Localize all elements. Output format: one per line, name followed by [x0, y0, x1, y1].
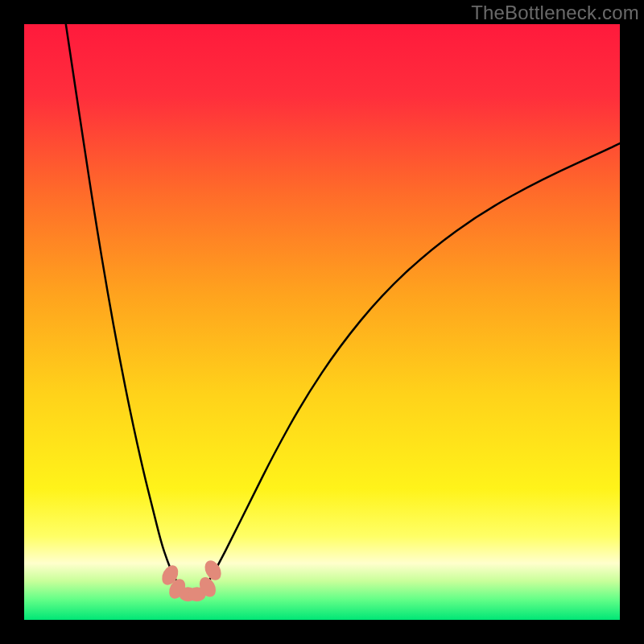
chart-frame: TheBottleneck.com [0, 0, 644, 644]
bottleneck-chart [24, 24, 620, 620]
watermark-text: TheBottleneck.com [471, 2, 639, 24]
